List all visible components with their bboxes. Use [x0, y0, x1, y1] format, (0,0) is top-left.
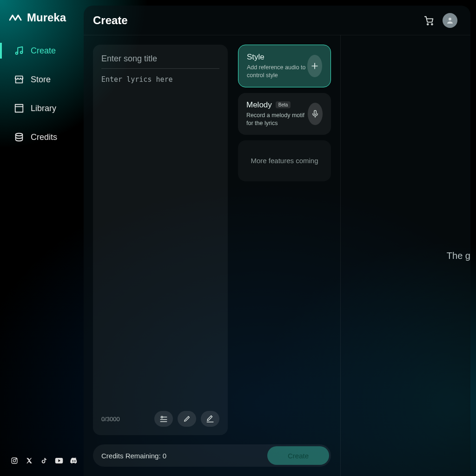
store-icon — [14, 74, 24, 85]
more-features-label: More features coming — [251, 157, 318, 165]
instagram-icon[interactable] — [10, 456, 19, 465]
avatar[interactable] — [443, 13, 457, 28]
preview-column: The g — [340, 35, 470, 476]
melody-card-title: Melody — [246, 100, 272, 110]
svg-point-11 — [161, 416, 163, 418]
sidebar-item-label: Store — [31, 75, 51, 85]
discord-icon[interactable] — [70, 456, 78, 465]
preview-teaser-text: The g — [444, 251, 470, 261]
svg-point-4 — [13, 459, 15, 462]
melody-card-desc: Record a melody motif for the lyrics — [246, 112, 308, 127]
svg-point-10 — [449, 18, 451, 20]
brand-mark-icon — [9, 13, 23, 22]
svg-rect-18 — [314, 110, 317, 114]
lyrics-tool-settings[interactable] — [154, 411, 173, 427]
sidebar-item-library[interactable]: Library — [0, 100, 84, 116]
music-note-icon — [14, 46, 24, 56]
sidebar-item-label: Credits — [31, 132, 57, 142]
sidebar-item-store[interactable]: Store — [0, 72, 84, 87]
record-melody-button[interactable] — [308, 103, 323, 125]
lyrics-input[interactable] — [101, 75, 219, 406]
page-title: Create — [93, 14, 128, 27]
add-style-button[interactable] — [307, 55, 322, 77]
sidebar-item-label: Library — [31, 104, 56, 113]
lyrics-tool-rewrite[interactable] — [201, 411, 219, 427]
brand-name: Mureka — [27, 11, 66, 24]
social-links — [0, 456, 84, 476]
x-twitter-icon[interactable] — [25, 456, 33, 465]
melody-card[interactable]: Melody Beta Record a melody motif for th… — [238, 93, 331, 135]
style-card-desc: Add reference audio to control style — [247, 64, 307, 79]
youtube-icon[interactable] — [55, 456, 63, 465]
library-icon — [14, 103, 24, 113]
brand-logo[interactable]: Mureka — [0, 11, 84, 43]
create-button-label: Create — [288, 452, 309, 460]
credits-icon — [14, 132, 24, 142]
sidebar-nav: Create Store Library — [0, 43, 84, 145]
main-panel: Create — [84, 6, 470, 476]
svg-point-2 — [16, 133, 23, 136]
style-card-title: Style — [247, 53, 307, 62]
svg-point-8 — [427, 23, 429, 25]
sidebar: Mureka Create Store — [0, 0, 84, 476]
svg-point-5 — [16, 459, 16, 459]
lyrics-card: 0/3000 — [93, 45, 228, 435]
credits-remaining: Credits Remaining: 0 — [101, 452, 166, 460]
char-count: 0/3000 — [101, 416, 120, 423]
lyrics-tool-edit[interactable] — [178, 411, 196, 427]
svg-point-9 — [431, 23, 433, 25]
header: Create — [84, 6, 470, 35]
beta-badge: Beta — [276, 101, 291, 108]
svg-point-1 — [20, 51, 23, 53]
more-features-card: More features coming — [238, 140, 331, 181]
svg-point-0 — [16, 52, 18, 54]
sidebar-item-create[interactable]: Create — [0, 43, 84, 59]
tiktok-icon[interactable] — [40, 456, 48, 465]
cart-icon[interactable] — [424, 15, 434, 26]
song-title-input[interactable] — [101, 53, 219, 69]
create-button[interactable]: Create — [267, 446, 329, 465]
bottom-bar: Credits Remaining: 0 Create — [93, 444, 331, 467]
style-card[interactable]: Style Add reference audio to control sty… — [238, 45, 331, 87]
sidebar-item-credits[interactable]: Credits — [0, 129, 84, 145]
sidebar-item-label: Create — [31, 46, 56, 56]
